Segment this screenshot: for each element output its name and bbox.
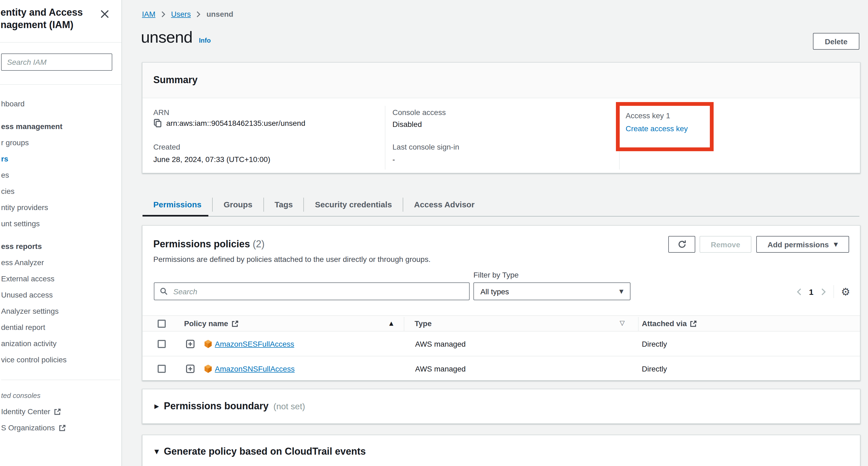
column-header-type[interactable]: Type: [414, 319, 432, 328]
tab-security-credentials[interactable]: Security credentials: [304, 200, 403, 209]
external-link-icon: [690, 320, 697, 327]
managed-policy-icon: [204, 364, 213, 373]
permissions-boundary-card: ▶ Permissions boundary (not set): [142, 389, 861, 424]
next-page-icon[interactable]: [820, 287, 827, 296]
sidebar-item-service-control-policies[interactable]: vice control policies: [1, 351, 120, 368]
column-header-policy-name[interactable]: Policy name: [184, 319, 238, 328]
created-label: Created: [153, 143, 180, 151]
create-access-key-link[interactable]: Create access key: [626, 124, 710, 133]
delete-button[interactable]: Delete: [813, 33, 859, 50]
column-header-attached-via[interactable]: Attached via: [642, 319, 697, 328]
sidebar-link-organizations[interactable]: S Organizations: [1, 420, 120, 436]
summary-card-header: Summary: [143, 63, 860, 98]
sidebar-item-credential-report[interactable]: dential report: [1, 319, 120, 335]
remove-button[interactable]: Remove: [700, 236, 751, 253]
user-detail-tabs: Permissions Groups Tags Security credent…: [143, 192, 485, 217]
sidebar-item-analyzer-settings[interactable]: Analyzer settings: [1, 303, 120, 319]
policy-search-input[interactable]: [172, 286, 469, 296]
expand-row-icon[interactable]: [186, 339, 195, 348]
sidebar-search-input[interactable]: [1, 54, 112, 71]
sidebar-item-unused-access[interactable]: Unused access: [1, 287, 120, 303]
sidebar-divider: [0, 84, 121, 85]
select-all-checkbox[interactable]: [158, 320, 166, 328]
page-title: unsend: [141, 28, 192, 46]
summary-card: Summary ARN arn:aws:iam::905418462135:us…: [142, 62, 861, 173]
policy-table-header: Policy name ▲ Type ▽ Attached via: [143, 315, 860, 332]
sidebar-related-consoles-heading: ted consoles: [1, 388, 120, 403]
sidebar-section-access-reports: ess reports: [1, 238, 120, 254]
sidebar-item-external-access[interactable]: External access: [1, 271, 120, 287]
policy-link[interactable]: AmazonSNSFullAccess: [215, 364, 295, 373]
type-filter-value: All types: [480, 287, 509, 296]
sidebar-link-identity-center[interactable]: Identity Center: [1, 403, 120, 420]
summary-column-divider: [385, 106, 385, 169]
arn-value: arn:aws:iam::905418462135:user/unsend: [166, 119, 305, 127]
expand-row-icon[interactable]: [186, 364, 195, 373]
tab-tags[interactable]: Tags: [264, 200, 304, 209]
iam-sidebar: entity and Access nagement (IAM) hboard …: [0, 0, 122, 466]
policies-count: (2): [253, 239, 265, 249]
close-icon[interactable]: [99, 9, 110, 20]
console-access-value: Disabled: [393, 120, 422, 128]
info-link[interactable]: Info: [199, 37, 211, 44]
sidebar-item-dashboard[interactable]: hboard: [1, 96, 120, 112]
policy-attached-via: Directly: [642, 339, 667, 348]
policy-table-row: AmazonSESFullAccess AWS managed Directly: [143, 332, 860, 356]
sidebar-item-users[interactable]: rs: [1, 151, 120, 167]
policy-link[interactable]: AmazonSESFullAccess: [215, 339, 294, 348]
sidebar-item-user-groups[interactable]: r groups: [1, 134, 120, 151]
sidebar-title: entity and Access nagement (IAM): [1, 6, 114, 31]
sidebar-item-roles[interactable]: es: [1, 167, 120, 183]
sidebar-item-access-analyzer[interactable]: ess Analyzer: [1, 254, 120, 271]
tab-access-advisor[interactable]: Access Advisor: [403, 200, 485, 209]
row-checkbox[interactable]: [158, 340, 166, 348]
policy-attached-via: Directly: [642, 364, 667, 373]
tab-groups[interactable]: Groups: [213, 200, 263, 209]
breadcrumb-users-link[interactable]: Users: [171, 10, 191, 18]
external-link-icon: [54, 408, 61, 415]
sidebar-link-label: S Organizations: [1, 423, 55, 432]
external-link-icon: [59, 424, 66, 431]
permissions-boundary-toggle[interactable]: ▶ Permissions boundary (not set): [154, 389, 305, 423]
generate-policy-card: ▼ Generate policy based on CloudTrail ev…: [142, 435, 861, 466]
arn-value-row: arn:aws:iam::905418462135:user/unsend: [153, 119, 305, 127]
permissions-boundary-title: Permissions boundary: [164, 401, 269, 412]
gear-icon[interactable]: ⚙: [841, 286, 850, 297]
page-header: unsend Info: [141, 28, 211, 46]
permissions-policies-card: Permissions policies (2) Permissions are…: [142, 225, 861, 381]
generate-policy-title: Generate policy based on CloudTrail even…: [164, 446, 366, 457]
row-checkbox[interactable]: [158, 365, 166, 373]
filter-icon[interactable]: ▽: [620, 319, 625, 327]
previous-page-icon[interactable]: [796, 287, 802, 296]
access-key-label: Access key 1: [626, 111, 710, 120]
type-filter-select[interactable]: All types ▼: [473, 282, 630, 300]
filter-by-type-label: Filter by Type: [473, 271, 519, 279]
pagination: 1 ⚙: [796, 283, 850, 300]
policy-type: AWS managed: [415, 364, 466, 373]
pagination-divider: [833, 285, 834, 298]
sidebar-item-account-settings[interactable]: unt settings: [1, 215, 120, 231]
last-signin-label: Last console sign-in: [393, 143, 459, 151]
tabs-baseline: [143, 216, 859, 217]
sidebar-divider: [0, 42, 121, 43]
sidebar-item-policies[interactable]: cies: [1, 183, 120, 199]
sidebar-item-organization-activity[interactable]: anization activity: [1, 335, 120, 351]
policy-search-box: [154, 282, 470, 300]
tab-permissions[interactable]: Permissions: [143, 200, 212, 209]
permissions-policies-description: Permissions are defined by policies atta…: [153, 255, 431, 263]
refresh-button[interactable]: [668, 236, 695, 253]
column-divider: [638, 317, 639, 331]
add-permissions-button[interactable]: Add permissions ▼: [756, 236, 849, 253]
created-value: June 28, 2024, 07:33 (UTC+10:00): [153, 155, 271, 164]
copy-icon[interactable]: [153, 119, 162, 127]
arn-label: ARN: [153, 108, 169, 117]
section-expanded-icon: ▼: [154, 448, 159, 455]
sidebar-item-identity-providers[interactable]: ntity providers: [1, 199, 120, 215]
section-collapsed-icon: ▶: [154, 403, 159, 410]
current-page-number[interactable]: 1: [809, 287, 813, 296]
sort-ascending-icon[interactable]: ▲: [389, 320, 393, 326]
generate-policy-toggle[interactable]: ▼ Generate policy based on CloudTrail ev…: [154, 446, 366, 457]
permissions-boundary-note: (not set): [273, 401, 305, 411]
policy-type: AWS managed: [415, 339, 466, 348]
breadcrumb-iam-link[interactable]: IAM: [142, 10, 155, 18]
